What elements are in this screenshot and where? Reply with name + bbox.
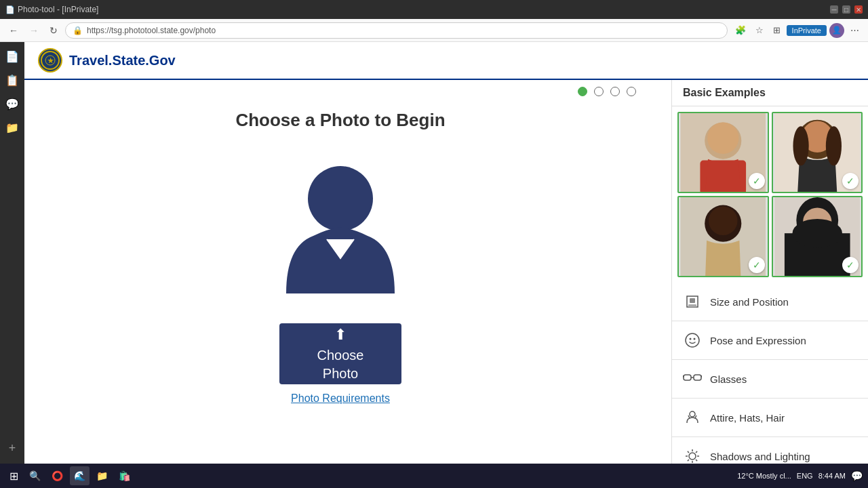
menu-item-pose-expression[interactable]: Pose and Expression xyxy=(672,321,868,360)
menu-item-size-position[interactable]: Size and Position xyxy=(672,283,868,321)
check-badge-1: ✓ xyxy=(749,173,765,189)
svg-rect-29 xyxy=(694,375,701,380)
sidebar-icon-4[interactable]: 📁 xyxy=(3,119,22,137)
menu-item-glasses[interactable]: Glasses xyxy=(672,360,868,399)
svg-point-26 xyxy=(690,338,692,340)
taskbar-start[interactable]: ⊞ xyxy=(5,466,22,485)
svg-point-13 xyxy=(825,126,841,165)
taskbar-weather: 12°C Mostly cl... xyxy=(737,472,791,480)
page-title: Choose a Photo to Begin xyxy=(235,110,445,131)
taskbar-cortana[interactable]: ⭕ xyxy=(47,466,67,485)
examples-grid: ✓ ✓ ✓ xyxy=(672,106,868,283)
check-badge-4: ✓ xyxy=(842,257,859,273)
svg-rect-28 xyxy=(684,375,691,380)
basic-examples-header: Basic Examples xyxy=(672,80,868,106)
pagination-dot-1[interactable] xyxy=(578,87,587,96)
person-silhouette xyxy=(273,151,408,296)
attire-icon xyxy=(683,408,702,427)
refresh-button[interactable]: ↻ xyxy=(46,24,61,37)
svg-line-40 xyxy=(696,460,697,461)
menu-item-shadows-lighting[interactable]: Shadows and Lighting xyxy=(672,437,868,464)
check-badge-2: ✓ xyxy=(842,173,859,189)
taskbar-edge[interactable]: 🌊 xyxy=(70,466,90,485)
inprivate-button[interactable]: InPrivate xyxy=(787,25,827,36)
taskbar-lang: ENG xyxy=(797,472,813,480)
pagination-dots xyxy=(578,87,656,96)
restore-button[interactable]: □ xyxy=(842,5,850,14)
svg-point-16 xyxy=(709,207,738,236)
svg-point-27 xyxy=(694,338,696,340)
svg-rect-23 xyxy=(690,298,695,303)
site-logo: ★ Travel.State.Gov xyxy=(38,48,176,73)
example-photo-2[interactable]: ✓ xyxy=(772,112,863,193)
sidebar-icon-2[interactable]: 📋 xyxy=(3,71,22,89)
check-badge-3: ✓ xyxy=(749,257,765,273)
site-header: ★ Travel.State.Gov xyxy=(24,42,868,80)
taskbar-clock: 8:44 AM xyxy=(818,472,846,480)
taskbar-explorer[interactable]: 📁 xyxy=(92,466,112,485)
menu-label-attire: Attire, Hats, Hair xyxy=(710,412,785,424)
sidebar-icon-3[interactable]: 💬 xyxy=(3,95,22,113)
pagination-dot-3[interactable] xyxy=(610,87,620,96)
left-sidebar: 📄 📋 💬 📁 + xyxy=(0,42,24,464)
pose-expression-icon xyxy=(683,331,702,350)
taskbar-store[interactable]: 🛍️ xyxy=(115,466,134,485)
pagination-dot-2[interactable] xyxy=(594,87,604,96)
menu-label-size-position: Size and Position xyxy=(710,296,789,308)
address-bar[interactable]: 🔒 https://tsg.phototool.state.gov/photo xyxy=(65,22,728,39)
sidebar-icon-1[interactable]: 📄 xyxy=(3,47,22,66)
back-button[interactable]: ← xyxy=(5,24,22,37)
browser-title-bar: 📄 Photo-tool - [InPrivate] ─ □ ✕ xyxy=(0,0,868,19)
url-text: https://tsg.phototool.state.gov/photo xyxy=(87,26,216,35)
favorites-button[interactable]: ☆ xyxy=(752,24,767,37)
svg-point-12 xyxy=(793,126,808,165)
shadows-lighting-icon xyxy=(683,447,702,464)
menu-label-shadows-lighting: Shadows and Lighting xyxy=(710,451,810,462)
svg-point-21 xyxy=(792,219,842,248)
example-photo-3[interactable]: ✓ xyxy=(677,196,769,277)
extensions-button[interactable]: 🧩 xyxy=(732,24,749,37)
svg-line-42 xyxy=(688,460,689,461)
logo-seal: ★ xyxy=(38,48,62,73)
svg-point-34 xyxy=(689,453,696,460)
taskbar-right: 12°C Mostly cl... ENG 8:44 AM 💬 xyxy=(737,470,863,481)
svg-point-33 xyxy=(690,411,695,417)
nav-actions: 🧩 ☆ ⊞ InPrivate 👤 ⋯ xyxy=(732,23,863,38)
profile-avatar[interactable]: 👤 xyxy=(829,23,844,38)
forward-button[interactable]: → xyxy=(26,24,42,37)
menu-label-pose-expression: Pose and Expression xyxy=(710,335,806,346)
browser-navbar: ← → ↻ 🔒 https://tsg.phototool.state.gov/… xyxy=(0,19,868,42)
site-title: Travel.State.Gov xyxy=(69,53,176,68)
menu-label-glasses: Glasses xyxy=(710,373,747,385)
notifications-icon[interactable]: 💬 xyxy=(851,470,863,481)
upload-icon: ⬆ xyxy=(334,326,347,344)
pagination-dot-4[interactable] xyxy=(627,87,636,96)
svg-line-39 xyxy=(688,451,689,453)
taskbar: ⊞ 🔍 ⭕ 🌊 📁 🛍️ 12°C Mostly cl... ENG 8:44 … xyxy=(0,464,868,488)
browser-tab-title: Photo-tool - [InPrivate] xyxy=(18,5,98,14)
lock-icon: 🔒 xyxy=(73,26,83,35)
choose-photo-label-line2: Photo xyxy=(323,366,358,382)
svg-text:★: ★ xyxy=(47,57,54,64)
choose-photo-label-line1: Choose xyxy=(317,348,364,363)
taskbar-search[interactable]: 🔍 xyxy=(25,466,45,485)
photo-requirements-link[interactable]: Photo Requirements xyxy=(291,392,390,405)
svg-rect-24 xyxy=(688,304,696,307)
collections-button[interactable]: ⊞ xyxy=(770,24,784,37)
settings-button[interactable]: ⋯ xyxy=(847,24,863,37)
svg-line-32 xyxy=(701,375,702,378)
svg-point-25 xyxy=(686,333,699,347)
choose-photo-button[interactable]: ⬆ Choose Photo xyxy=(279,323,401,384)
main-page-area: Choose a Photo to Begin ⬆ Choose Photo P… xyxy=(24,80,656,464)
size-position-icon xyxy=(683,292,702,311)
example-photo-1[interactable]: ✓ xyxy=(677,112,769,193)
svg-point-8 xyxy=(707,123,738,154)
window-controls: ─ □ ✕ xyxy=(830,5,863,14)
menu-item-attire[interactable]: Attire, Hats, Hair xyxy=(672,399,868,437)
example-photo-4[interactable]: ✓ xyxy=(772,196,863,277)
minimize-button[interactable]: ─ xyxy=(830,5,838,14)
close-button[interactable]: ✕ xyxy=(854,5,863,14)
svg-line-41 xyxy=(696,451,697,453)
sidebar-add-button[interactable]: + xyxy=(6,439,19,458)
right-panel: Basic Examples ✓ ✓ xyxy=(671,80,868,464)
